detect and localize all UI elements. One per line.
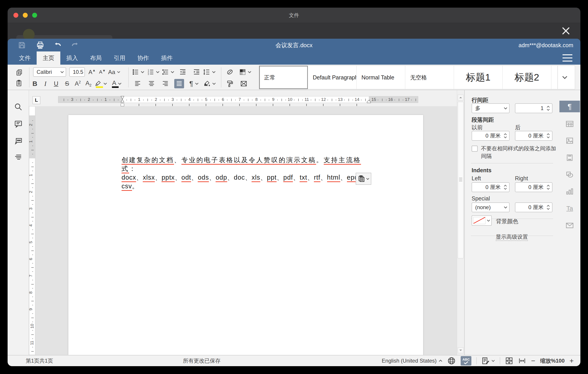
italic-button[interactable]: I: [41, 79, 50, 88]
highlight-color-button[interactable]: [94, 79, 109, 88]
shape-settings-tab[interactable]: [559, 169, 580, 180]
multilevel-list-button[interactable]: [162, 67, 177, 77]
tab-4[interactable]: 引用: [108, 51, 131, 65]
spacing-before-spinner[interactable]: 0 厘米: [472, 131, 510, 141]
line-spacing-value-spinner[interactable]: 1: [515, 103, 553, 113]
style-item-0[interactable]: 正常: [259, 66, 308, 89]
first-line-indent-marker[interactable]: [120, 96, 125, 103]
spellcheck-toggle[interactable]: ABC: [461, 356, 471, 365]
underline-button[interactable]: U: [52, 79, 61, 88]
scroll-up-icon[interactable]: [458, 95, 463, 100]
line-spacing-button[interactable]: [203, 67, 218, 77]
image-settings-tab[interactable]: [559, 135, 580, 146]
indent-left-spinner[interactable]: 0 厘米: [472, 182, 510, 192]
style-item-5[interactable]: 标题2: [503, 66, 551, 89]
save-button[interactable]: [16, 40, 28, 51]
document-page[interactable]: 创建复杂的文档、专业的电子表格以及令人赞叹的演示文稿。支持主流格式： docx、…: [68, 115, 423, 355]
paragraph-shading-button[interactable]: [203, 79, 218, 88]
decrease-indent-button[interactable]: [178, 67, 188, 77]
copy-style-button[interactable]: [225, 79, 235, 88]
show-paragraph-marks-button[interactable]: ¶: [188, 79, 202, 88]
close-modal-icon[interactable]: [561, 26, 571, 36]
undo-button[interactable]: [51, 40, 64, 51]
bullet-list-button[interactable]: [132, 67, 147, 77]
paste-options-button[interactable]: [356, 173, 371, 185]
zoom-out-button[interactable]: −: [531, 357, 535, 365]
table-settings-tab[interactable]: [559, 118, 580, 130]
print-button[interactable]: [34, 40, 46, 51]
styles-gallery-expand-icon[interactable]: [558, 66, 571, 89]
minimize-traffic-light[interactable]: [23, 13, 28, 18]
redo-button[interactable]: [69, 40, 81, 51]
paragraph-settings-tab[interactable]: ¶: [559, 101, 580, 112]
textart-settings-tab[interactable]: Ta: [559, 203, 580, 214]
close-traffic-light[interactable]: [13, 13, 18, 18]
document-language-selector[interactable]: English (United States): [382, 358, 442, 364]
font-name-select[interactable]: Calibri: [33, 67, 66, 77]
set-language-globe-icon[interactable]: [447, 357, 456, 365]
bold-button[interactable]: B: [30, 79, 39, 88]
mail-merge-button[interactable]: [239, 79, 249, 88]
right-indent-marker[interactable]: [367, 100, 371, 103]
show-advanced-settings-link[interactable]: 显示高级设置: [465, 233, 559, 241]
mail-merge-settings-tab[interactable]: [559, 220, 580, 231]
paste-button[interactable]: [14, 78, 24, 88]
tab-2[interactable]: 插入: [60, 51, 84, 65]
ribbon-tabs: 文件主页插入布局引用协作插件: [13, 51, 179, 65]
menu-hamburger-icon[interactable]: [563, 54, 572, 62]
font-size-select[interactable]: 10.5: [69, 67, 85, 77]
indent-left-label: Left: [472, 175, 481, 182]
fit-page-button[interactable]: [505, 357, 513, 365]
maximize-traffic-light[interactable]: [32, 13, 37, 18]
style-item-2[interactable]: Normal Table: [357, 66, 405, 89]
chart-settings-tab[interactable]: [559, 186, 580, 197]
style-item-1[interactable]: Default Paragraph: [308, 66, 357, 89]
tab-1[interactable]: 主页: [37, 51, 60, 65]
scrollbar-thumb[interactable]: [458, 102, 463, 258]
numbered-list-button[interactable]: 123: [147, 67, 162, 77]
indent-right-spinner[interactable]: 0 厘米: [515, 182, 553, 192]
strikethrough-button[interactable]: S: [63, 79, 72, 88]
search-icon[interactable]: [12, 101, 24, 113]
style-item-4[interactable]: 标题1: [454, 66, 503, 89]
no-spacing-between-same-style-checkbox[interactable]: [472, 146, 478, 152]
header-footer-settings-tab[interactable]: [559, 152, 580, 164]
spacing-after-spinner[interactable]: 0 厘米: [515, 131, 553, 141]
background-color-picker[interactable]: [472, 215, 492, 226]
chat-icon[interactable]: [12, 135, 24, 147]
change-case-button[interactable]: Aa: [108, 67, 122, 77]
doc-scrollbar[interactable]: [457, 90, 464, 355]
align-center-button[interactable]: [147, 79, 156, 88]
scroll-down-icon[interactable]: [458, 347, 463, 353]
tab-5[interactable]: 协作: [131, 51, 155, 65]
comments-icon[interactable]: [12, 118, 24, 130]
decrease-font-button[interactable]: A▼: [97, 67, 107, 77]
zoom-in-button[interactable]: +: [569, 357, 574, 365]
increase-font-button[interactable]: A▲: [87, 67, 97, 77]
tab-3[interactable]: 布局: [84, 51, 108, 65]
clear-style-button[interactable]: [225, 67, 235, 77]
document-area[interactable]: 创建复杂的文档、专业的电子表格以及令人赞叹的演示文稿。支持主流格式： docx、…: [29, 90, 457, 355]
track-changes-toggle[interactable]: [482, 357, 495, 365]
special-indent-select[interactable]: (none): [472, 202, 510, 212]
document-text: 创建复杂的文档、专业的电子表格以及令人赞叹的演示文稿。支持主流格式： docx、…: [122, 156, 374, 191]
tab-0[interactable]: 文件: [13, 51, 37, 65]
align-justify-button[interactable]: [174, 79, 184, 88]
fit-width-button[interactable]: [518, 357, 526, 365]
line-spacing-select[interactable]: 多: [472, 103, 510, 113]
align-left-button[interactable]: [133, 79, 143, 88]
increase-indent-button[interactable]: [192, 67, 201, 77]
navigation-headings-icon[interactable]: [12, 152, 24, 163]
superscript-button[interactable]: A2: [73, 79, 83, 88]
align-right-button[interactable]: [160, 79, 170, 88]
left-indent-marker[interactable]: [121, 104, 124, 106]
special-indent-spinner[interactable]: 0 厘米: [515, 202, 553, 212]
table-shading-button[interactable]: [239, 67, 254, 77]
subscript-button[interactable]: A2: [84, 79, 93, 88]
style-item-3[interactable]: 无空格: [405, 66, 454, 89]
font-color-button[interactable]: A: [111, 79, 125, 88]
zoom-level[interactable]: 缩放%100: [540, 357, 565, 364]
tab-stop-selector[interactable]: L: [32, 96, 41, 104]
copy-button[interactable]: [14, 68, 24, 77]
tab-6[interactable]: 插件: [155, 51, 179, 65]
